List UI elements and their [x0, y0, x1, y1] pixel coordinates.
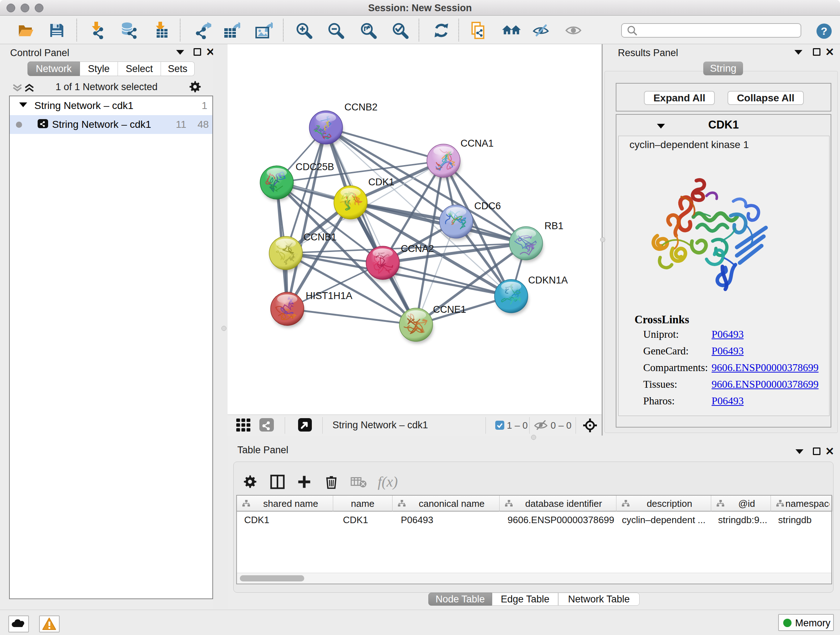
svg-text:CDKN1A: CDKN1A	[528, 275, 568, 286]
svg-text:CDK1: CDK1	[368, 177, 394, 187]
svg-text:CCNE1: CCNE1	[433, 304, 466, 315]
svg-text:CCNA1: CCNA1	[461, 138, 494, 149]
svg-text:CCNA2: CCNA2	[401, 243, 434, 254]
svg-text:CCNB2: CCNB2	[344, 102, 378, 112]
svg-text:HIST1H1A: HIST1H1A	[306, 290, 352, 301]
svg-text:CDC6: CDC6	[474, 201, 501, 211]
svg-text:RB1: RB1	[545, 220, 564, 231]
svg-text:CDC25B: CDC25B	[295, 162, 334, 172]
svg-text:CCNB1: CCNB1	[303, 232, 337, 242]
